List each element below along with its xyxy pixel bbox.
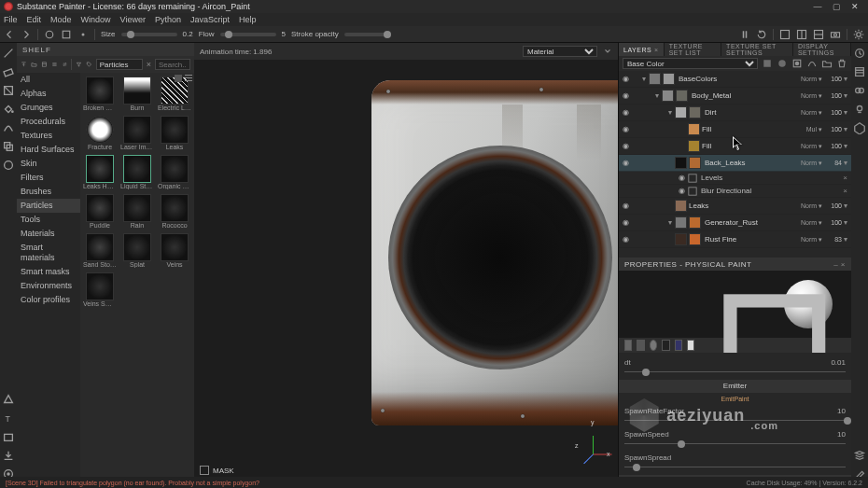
poly-fill-icon[interactable] — [2, 393, 15, 406]
fold-toggle-icon[interactable]: ▾ — [652, 91, 662, 100]
visibility-toggle-icon[interactable]: ◉ — [619, 108, 632, 117]
add-folder-icon[interactable] — [821, 58, 833, 69]
layer-menu-icon[interactable]: ▾ — [844, 202, 847, 210]
remove-effect-icon[interactable]: × — [843, 187, 847, 195]
layer-menu-icon[interactable]: ▾ — [844, 159, 847, 167]
chevron-down-icon[interactable] — [603, 47, 612, 56]
layer-row[interactable]: ◉FillNorm ▾100▾ — [619, 138, 851, 155]
ch-height-icon[interactable] — [637, 340, 644, 351]
redo-icon[interactable] — [21, 29, 32, 40]
shelf-item[interactable]: Liquid Stream — [119, 155, 155, 192]
eraser-tool-icon[interactable] — [2, 65, 15, 78]
maximize-button[interactable]: ▢ — [827, 1, 846, 12]
layer-menu-icon[interactable]: ▾ — [844, 218, 847, 227]
brush-square-icon[interactable] — [61, 29, 72, 40]
shelf-category[interactable]: Particles — [17, 199, 80, 213]
shelf-item[interactable]: Veins Small — [82, 272, 118, 310]
visibility-toggle-icon[interactable]: ◉ — [675, 187, 688, 195]
blend-mode[interactable]: Norm ▾ — [801, 92, 822, 100]
shader-icon[interactable] — [853, 121, 866, 134]
layer-menu-icon[interactable]: ▾ — [844, 91, 847, 100]
spawnrate-slider[interactable] — [624, 417, 846, 425]
shelf-item[interactable]: Electric Lines — [157, 77, 192, 114]
flow-slider[interactable] — [220, 33, 276, 36]
shelf-category[interactable]: Filters — [17, 171, 80, 185]
menu-mode[interactable]: Mode — [50, 15, 72, 24]
bake-icon[interactable] — [2, 430, 15, 443]
layer-opacity[interactable]: 100 — [825, 109, 842, 116]
shelf-category[interactable]: Tools — [17, 213, 80, 227]
menu-help[interactable]: Help — [239, 15, 257, 24]
history-icon[interactable] — [853, 47, 866, 60]
properties-close-icon[interactable]: – × — [833, 260, 846, 269]
blend-mode[interactable]: Norm ▾ — [801, 219, 822, 227]
visibility-toggle-icon[interactable]: ◉ — [619, 91, 632, 100]
undo-icon[interactable] — [4, 29, 15, 40]
shelf-item[interactable]: Rain — [119, 194, 155, 231]
shelf-category[interactable]: Brushes — [17, 185, 80, 199]
ch-ao-icon[interactable] — [687, 340, 694, 351]
layer-effect-row[interactable]: ◉Blur Directional× — [619, 185, 851, 198]
viewport-single-icon[interactable] — [779, 29, 791, 40]
layer-row[interactable]: ◉▾BaseColorsNorm ▾100▾ — [619, 71, 851, 88]
viewport-3d[interactable]: Animation time: 1.896 Material y x — [194, 43, 618, 481]
tab-texture-set-list[interactable]: TEXTURE SET LIST — [665, 43, 721, 56]
visibility-toggle-icon[interactable]: ◉ — [619, 218, 632, 227]
spawnspeed-slider[interactable] — [624, 440, 846, 448]
layer-menu-icon[interactable]: ▾ — [844, 235, 847, 244]
visibility-toggle-icon[interactable]: ◉ — [619, 202, 632, 210]
shelf-item[interactable]: Veins — [157, 233, 192, 271]
shelf-item[interactable]: Splat — [119, 233, 155, 271]
settings-icon[interactable] — [853, 29, 864, 40]
folder-icon[interactable] — [31, 59, 37, 70]
menu-edit[interactable]: Edit — [27, 15, 42, 24]
layer-opacity[interactable]: 100 — [825, 126, 842, 132]
shelf-category[interactable]: Textures — [17, 129, 80, 143]
filter-icon[interactable] — [76, 59, 82, 70]
shelf-category[interactable]: Skin — [17, 157, 80, 171]
layer-opacity[interactable]: 100 — [825, 92, 842, 99]
layer-row[interactable]: ◉Back_LeaksNorm ▾84▾ — [619, 155, 851, 172]
shelf-search2-input[interactable] — [155, 59, 190, 70]
grid-view-icon[interactable] — [175, 75, 182, 82]
add-adjustment-icon[interactable] — [806, 58, 818, 69]
blend-mode[interactable]: Norm ▾ — [801, 160, 822, 167]
fill-tool-icon[interactable] — [2, 103, 15, 116]
remove-effect-icon[interactable]: × — [843, 174, 847, 182]
shelf-item[interactable]: Fracture — [82, 116, 118, 153]
dt-slider[interactable] — [624, 369, 846, 376]
close-tab-icon[interactable]: × — [654, 47, 659, 53]
paint-tool-icon[interactable] — [2, 47, 15, 60]
size-slider[interactable] — [121, 33, 177, 36]
smudge-tool-icon[interactable] — [2, 121, 15, 134]
channels-icon[interactable] — [853, 84, 866, 97]
layer-opacity[interactable]: 100 — [825, 143, 842, 149]
menu-file[interactable]: File — [4, 15, 18, 24]
tab-display-settings[interactable]: DISPLAY SETTINGS — [793, 43, 851, 56]
visibility-toggle-icon[interactable]: ◉ — [619, 75, 632, 83]
shelf-category[interactable]: Grunges — [17, 101, 80, 115]
ch-metal-icon[interactable] — [662, 340, 669, 351]
refresh-icon[interactable] — [756, 29, 767, 40]
layer-menu-icon[interactable]: ▾ — [844, 142, 847, 150]
layer-row[interactable]: ◉FillMul ▾100▾ — [619, 121, 851, 138]
shelf-category[interactable]: Procedurals — [17, 115, 80, 129]
visibility-toggle-icon[interactable]: ◉ — [619, 159, 632, 167]
delete-layer-icon[interactable] — [836, 58, 847, 69]
layer-row[interactable]: ◉Rust FineNorm ▾83▾ — [619, 231, 851, 248]
clone-tool-icon[interactable] — [2, 140, 15, 153]
shelf-category[interactable]: Color profiles — [17, 293, 80, 307]
shelf-item[interactable]: Burn — [119, 77, 155, 114]
shelf-item[interactable]: Rococco — [157, 194, 192, 231]
menu-window[interactable]: Window — [81, 15, 111, 24]
shelf-category[interactable]: All — [17, 73, 80, 87]
blend-mode[interactable]: Norm ▾ — [801, 109, 822, 117]
shelf-category[interactable]: Hard Surfaces — [17, 143, 80, 157]
shelf-category[interactable]: Smart masks — [17, 265, 80, 279]
layer-row[interactable]: ◉▾DirtNorm ▾100▾ — [619, 105, 851, 121]
shelf-category[interactable]: Environments — [17, 279, 80, 293]
add-fill-layer-icon[interactable] — [762, 58, 773, 69]
material-tool-icon[interactable] — [2, 159, 15, 172]
menu-javascript[interactable]: JavaScript — [190, 15, 230, 24]
layer-opacity[interactable]: 84 — [825, 160, 842, 166]
